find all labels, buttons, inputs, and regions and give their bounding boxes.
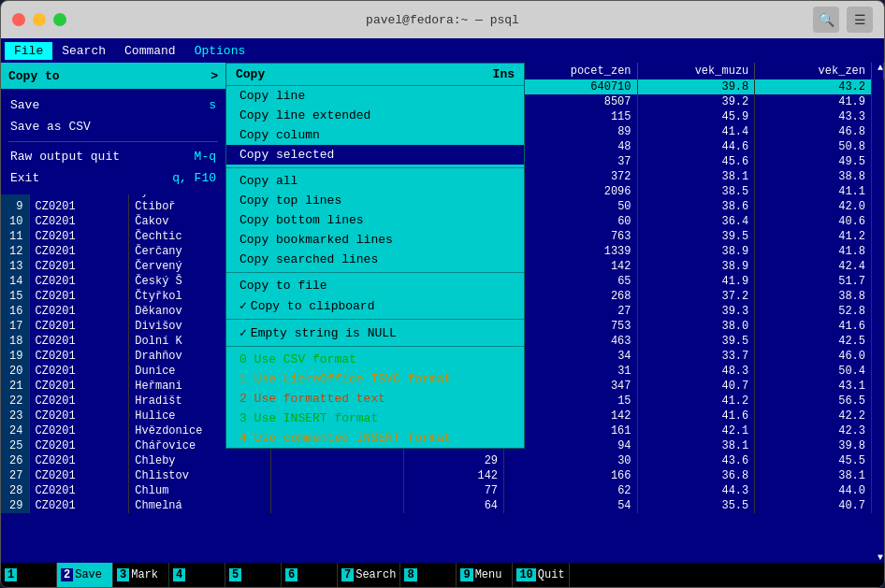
ctx-use-insert[interactable]: 3 Use INSERT format xyxy=(226,409,524,428)
menu-raw-output-label: Raw output quit xyxy=(10,150,120,164)
ctx-copy-bookmarked[interactable]: Copy bookmarked lines xyxy=(226,230,524,250)
status-label: Mark xyxy=(131,568,158,581)
left-separator-1 xyxy=(8,141,218,142)
ctx-copy-bottom-lines[interactable]: Copy bottom lines xyxy=(226,210,524,230)
titlebar-buttons xyxy=(12,13,66,26)
copy-to-label: Copy to xyxy=(8,69,60,83)
status-num: 1 xyxy=(5,568,17,581)
ctx-copy-line[interactable]: Copy line xyxy=(226,86,524,106)
status-label: Search xyxy=(355,568,396,581)
status-num: 4 xyxy=(173,568,185,581)
ctx-use-csv[interactable]: 0 Use CSV format xyxy=(226,350,524,369)
ctx-sep-2 xyxy=(226,272,524,273)
status-item-Menu[interactable]: 9Menu xyxy=(457,563,513,587)
ctx-sep-3 xyxy=(226,319,524,320)
menu-raw-output[interactable]: Raw output quit M-q xyxy=(8,146,218,167)
close-button[interactable] xyxy=(12,13,25,26)
status-num: 7 xyxy=(341,568,354,581)
menu-search[interactable]: Search xyxy=(52,42,115,60)
ctx-use-tsvc[interactable]: 1 Use LibreOffice TSVC format xyxy=(226,369,524,389)
status-item-Save[interactable]: 2Save xyxy=(57,563,113,587)
status-item-6[interactable]: 6 xyxy=(282,563,338,587)
status-item-4[interactable]: 4 xyxy=(169,563,225,587)
scroll-down-arrow[interactable]: ▼ xyxy=(877,552,884,563)
menu-options[interactable]: Options xyxy=(185,42,255,60)
ctx-copy-to-clipboard[interactable]: Copy to clipboard xyxy=(226,295,524,316)
status-label: Quit xyxy=(538,568,565,581)
maximize-button[interactable] xyxy=(53,13,66,26)
ctx-sep-1 xyxy=(226,167,524,168)
ctx-copy-top-lines[interactable]: Copy top lines xyxy=(226,191,524,210)
status-num: 6 xyxy=(285,568,297,581)
minimize-button[interactable] xyxy=(33,13,46,26)
menu-file[interactable]: File xyxy=(5,42,52,60)
main-window: pavel@fedora:~ — psql 🔍 ☰ File Search Co… xyxy=(0,0,885,588)
menu-save-csv-label: Save as CSV xyxy=(10,120,91,134)
search-icon[interactable]: 🔍 xyxy=(813,7,839,33)
titlebar-icons: 🔍 ☰ xyxy=(813,7,873,33)
col-vek-muzu: vek_muzu xyxy=(637,63,755,79)
status-item-8[interactable]: 8 xyxy=(400,563,457,587)
left-panel: Copy to > Save s Save as CSV Raw output … xyxy=(1,63,225,587)
menu-command[interactable]: Command xyxy=(115,42,185,60)
copy-to-arrow: > xyxy=(210,69,218,83)
status-item-Search[interactable]: 7Search xyxy=(338,563,400,587)
menu-save-shortcut: s xyxy=(209,98,216,112)
menu-exit[interactable]: Exit q, F10 xyxy=(8,167,218,189)
copy-to-button[interactable]: Copy to > xyxy=(1,63,225,89)
ctx-copy-column[interactable]: Copy column xyxy=(226,125,524,145)
status-num: 2 xyxy=(61,568,73,581)
ctx-copy-all[interactable]: Copy all xyxy=(226,171,524,191)
status-num: 10 xyxy=(516,568,535,581)
scroll-up-arrow[interactable]: ▲ xyxy=(877,63,884,73)
menu-save-csv[interactable]: Save as CSV xyxy=(8,116,218,137)
context-menu-header: Copy Ins xyxy=(226,64,524,86)
titlebar: pavel@fedora:~ — psql 🔍 ☰ xyxy=(1,1,884,38)
main-area: muzu pocet_zen vek_muzu vek_zen 31664071… xyxy=(1,63,884,587)
ctx-use-commented-insert[interactable]: 4 Use commented INSERT format xyxy=(226,428,524,448)
menu-icon[interactable]: ☰ xyxy=(847,7,873,33)
status-label: Menu xyxy=(475,568,502,581)
ctx-copy-searched[interactable]: Copy searched lines xyxy=(226,250,524,269)
ctx-copy-to-file[interactable]: Copy to file xyxy=(226,276,524,295)
window-title: pavel@fedora:~ — psql xyxy=(366,13,519,27)
menu-save-label: Save xyxy=(10,98,39,112)
menubar: File Search Command Options xyxy=(1,38,884,63)
status-item-Mark[interactable]: 3Mark xyxy=(113,563,169,587)
status-num: 8 xyxy=(404,568,416,581)
ctx-empty-string-null[interactable]: Empty string is NULL xyxy=(226,323,524,343)
menu-raw-output-shortcut: M-q xyxy=(195,150,216,164)
status-item-Quit[interactable]: 10Quit xyxy=(513,563,569,587)
status-item-5[interactable]: 5 xyxy=(225,563,282,587)
ctx-use-formatted[interactable]: 2 Use formatted text xyxy=(226,389,524,409)
context-menu: Copy Ins Copy line Copy line extended Co… xyxy=(225,63,525,449)
left-menu: Save s Save as CSV Raw output quit M-q E… xyxy=(1,89,225,194)
ctx-title: Copy xyxy=(236,67,265,81)
status-label: Save xyxy=(75,568,102,581)
col-vek-zen: vek_zen xyxy=(755,63,872,79)
status-num: 5 xyxy=(229,568,241,581)
ctx-copy-selected[interactable]: Copy selected xyxy=(226,145,524,165)
ctx-shortcut: Ins xyxy=(493,67,515,81)
menu-save[interactable]: Save s xyxy=(8,94,218,116)
menu-exit-shortcut: q, F10 xyxy=(172,171,216,185)
ctx-copy-line-extended[interactable]: Copy line extended xyxy=(226,106,524,125)
status-num: 3 xyxy=(117,568,129,581)
ctx-sep-4 xyxy=(226,346,524,347)
status-item-1[interactable]: 1 xyxy=(1,563,57,587)
status-num: 9 xyxy=(460,568,472,581)
statusbar: 12Save3Mark4567Search89Menu10Quit xyxy=(1,563,884,587)
menu-exit-label: Exit xyxy=(10,171,39,185)
